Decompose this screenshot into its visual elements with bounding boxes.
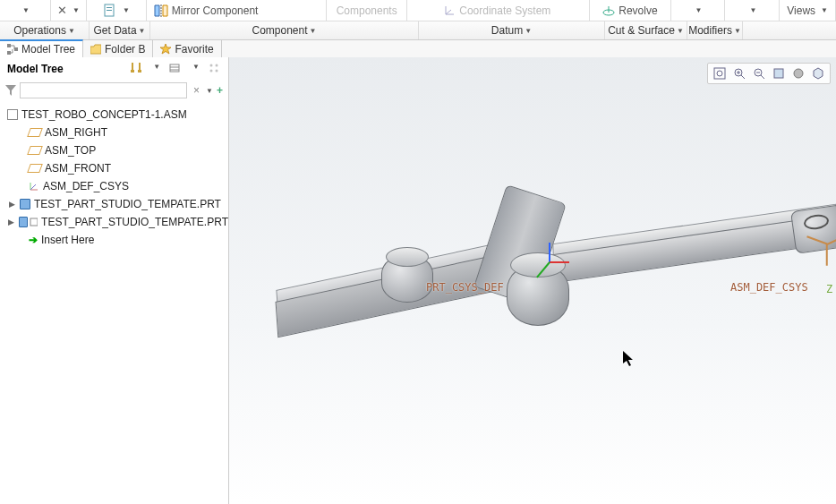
- csys-label-right: ASM_DEF_CSYS: [730, 281, 808, 294]
- csys-icon: [443, 4, 456, 17]
- ribbon-empty[interactable]: ▼: [671, 0, 726, 21]
- settings-icon[interactable]: [209, 63, 221, 75]
- filter-dropdown[interactable]: ▼: [206, 87, 213, 95]
- tree-item-label: ASM_DEF_CSYS: [43, 180, 129, 192]
- expand-toggle[interactable]: ▶: [7, 200, 16, 209]
- mirror-component-button[interactable]: Mirror Component: [147, 0, 327, 21]
- svg-point-16: [210, 70, 213, 73]
- tools-icon[interactable]: [130, 63, 142, 75]
- ribbon: ▼ ✕▼ ▼ Mirror Component Components Coord…: [0, 0, 836, 40]
- tree-item-part[interactable]: ▶ TEST_PART_STUDIO_TEMPATE.PRT: [0, 195, 228, 213]
- model-tree: TEST_ROBO_CONCEPT1-1.ASM ASM_RIGHT ASM_T…: [0, 104, 228, 504]
- filter-row: × ▼ +: [0, 81, 228, 104]
- model-tree-title: Model Tree: [7, 63, 64, 75]
- tree-item-plane[interactable]: ASM_FRONT: [0, 159, 228, 177]
- repaint-button[interactable]: [772, 66, 786, 81]
- zoom-out-button[interactable]: [752, 66, 766, 81]
- mouse-cursor-icon: [623, 351, 636, 367]
- saved-views-button[interactable]: [811, 66, 825, 81]
- assembly-icon: [7, 109, 18, 120]
- insert-here-icon: ➔: [29, 234, 38, 246]
- tree-root-label: TEST_ROBO_CONCEPT1-1.ASM: [21, 108, 187, 121]
- svg-rect-2: [107, 10, 112, 11]
- svg-rect-21: [30, 218, 38, 226]
- tab-favorite-label: Favorite: [175, 43, 213, 56]
- coordinate-system-button[interactable]: Coordinate System: [407, 0, 590, 21]
- ribbon-placeholder[interactable]: ▼: [0, 0, 51, 21]
- tab-model-tree[interactable]: Model Tree: [0, 39, 83, 57]
- group-cut-surface[interactable]: Cut & Surface▼: [605, 21, 687, 39]
- part-icon: [19, 217, 29, 227]
- ribbon-upper-row: ▼ ✕▼ ▼ Mirror Component Components Coord…: [0, 0, 836, 21]
- revolve-label: Revolve: [618, 4, 657, 17]
- ribbon-getdata-icon[interactable]: ▼: [87, 0, 147, 21]
- filter-icon[interactable]: [5, 85, 16, 96]
- tree-item-label: ASM_FRONT: [45, 162, 111, 175]
- panel-tabs: Model Tree Folder B Favorite: [0, 40, 836, 58]
- show-icon[interactable]: [169, 63, 182, 75]
- clear-filter-button[interactable]: ×: [191, 84, 202, 97]
- component-label: Component: [252, 24, 308, 37]
- mirror-component-label: Mirror Component: [172, 4, 259, 17]
- tab-folder[interactable]: Folder B: [83, 40, 153, 57]
- tree-item-plane[interactable]: ASM_TOP: [0, 141, 228, 159]
- tab-favorite[interactable]: Favorite: [153, 40, 221, 57]
- revolve-icon: [602, 4, 615, 17]
- tree-item-csys[interactable]: ASM_DEF_CSYS: [0, 177, 228, 195]
- part-icon: [20, 199, 30, 209]
- zoom-fit-button[interactable]: [712, 66, 727, 81]
- svg-point-14: [210, 64, 213, 67]
- coordinate-system-label: Coordinate System: [459, 4, 550, 17]
- svg-line-20: [30, 184, 36, 190]
- center-csys-marker: [533, 245, 569, 281]
- add-filter-button[interactable]: +: [217, 84, 223, 97]
- revolve-button[interactable]: Revolve: [590, 0, 670, 21]
- tree-root[interactable]: TEST_ROBO_CONCEPT1-1.ASM: [0, 106, 228, 124]
- folder-icon: [90, 44, 101, 55]
- svg-line-25: [741, 75, 745, 79]
- graphics-canvas[interactable]: PRT_CSYS_DEF ASM_DEF_CSYS Z: [229, 57, 836, 504]
- group-component[interactable]: Component▼: [150, 21, 419, 39]
- placed-icon: [30, 218, 38, 226]
- group-modifiers[interactable]: Modifiers▼: [687, 21, 743, 39]
- tree-item-label: ASM_RIGHT: [45, 126, 107, 139]
- model-tree-panel: Model Tree ▼ ▼ × ▼ + TEST_ROBO_CONCEPT1-…: [0, 57, 229, 504]
- group-operations[interactable]: Operations▼: [0, 21, 90, 39]
- views-label: Views: [787, 4, 815, 17]
- tree-item-label: TEST_PART_STUDIO_TEMPATE.PRT: [34, 198, 221, 210]
- tab-folder-label: Folder B: [105, 43, 145, 56]
- model-tree-header: Model Tree ▼ ▼: [0, 57, 228, 81]
- tree-item-part[interactable]: ▶ TEST_PART_STUDIO_TEMPATE.PRT: [0, 213, 228, 231]
- components-button[interactable]: Components: [327, 0, 407, 21]
- svg-point-32: [794, 69, 803, 78]
- right-csys-marker: [811, 227, 836, 263]
- tree-icon: [7, 44, 18, 55]
- group-datum[interactable]: Datum▼: [419, 21, 605, 39]
- view-toolbar: [707, 63, 831, 84]
- group-get-data[interactable]: Get Data▼: [90, 21, 150, 39]
- axis-z-label: Z: [826, 283, 832, 295]
- svg-rect-31: [774, 69, 783, 78]
- tab-model-tree-label: Model Tree: [21, 43, 75, 56]
- tree-item-plane[interactable]: ASM_RIGHT: [0, 124, 228, 141]
- shading-button[interactable]: [791, 66, 806, 81]
- expand-toggle[interactable]: ▶: [7, 218, 15, 226]
- ribbon-group-labels: Operations▼ Get Data▼ Component▼ Datum▼ …: [0, 21, 836, 39]
- svg-rect-1: [107, 7, 112, 8]
- close-button[interactable]: ✕▼: [51, 0, 87, 21]
- ribbon-empty2[interactable]: ▼: [725, 0, 780, 21]
- svg-rect-11: [170, 64, 179, 72]
- views-button[interactable]: Views▼: [780, 0, 836, 21]
- svg-point-23: [717, 71, 722, 76]
- svg-rect-9: [7, 51, 11, 55]
- tree-item-insert[interactable]: ➔ Insert Here: [0, 231, 228, 249]
- filter-input[interactable]: [20, 82, 187, 98]
- csys-label-left: PRT_CSYS_DEF: [426, 281, 504, 294]
- svg-point-15: [216, 64, 218, 67]
- zoom-in-button[interactable]: [732, 66, 746, 81]
- document-icon: [103, 4, 117, 18]
- tree-item-label: ASM_TOP: [45, 144, 96, 157]
- svg-rect-10: [14, 47, 18, 51]
- get-data-label: Get Data: [94, 24, 137, 37]
- group-blank: [743, 21, 836, 39]
